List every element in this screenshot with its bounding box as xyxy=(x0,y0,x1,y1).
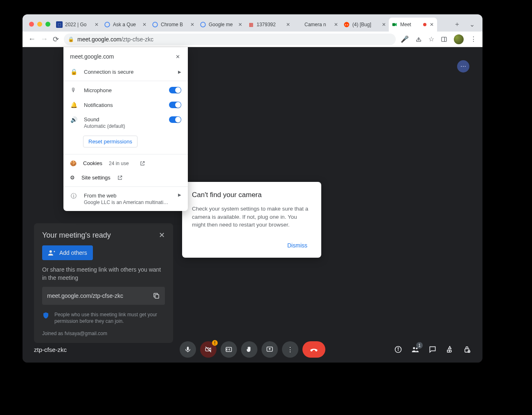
lock-settings-icon xyxy=(463,345,471,354)
nav-back-button[interactable]: ← xyxy=(28,35,36,43)
perm-microphone-label: Microphone xyxy=(84,87,162,93)
host-controls-button[interactable] xyxy=(463,345,471,354)
tab-strip: ⬚ 2022 | Go ✕ Ask a Que ✕ Chrome B ✕ Goo… xyxy=(23,14,482,32)
lock-icon[interactable]: 🔒 xyxy=(68,36,74,42)
svg-rect-6 xyxy=(392,23,395,26)
site-settings-label: Site settings xyxy=(81,175,110,181)
perm-microphone-toggle[interactable] xyxy=(169,87,181,93)
person-add-icon xyxy=(48,249,55,256)
camera-error-body: Check your system settings to make sure … xyxy=(192,205,311,229)
mic-toggle-button[interactable] xyxy=(180,341,196,358)
svg-point-2 xyxy=(201,22,205,27)
captions-button[interactable] xyxy=(221,341,237,358)
dismiss-button[interactable]: Dismiss xyxy=(283,240,311,251)
site-info-close-icon[interactable]: ✕ xyxy=(174,53,181,60)
tab-4[interactable]: ▦ 1379392 ✕ xyxy=(245,18,293,32)
mic-indicator-icon[interactable]: 🎤 xyxy=(401,35,409,43)
perm-sound-toggle[interactable] xyxy=(169,116,181,123)
tab-0[interactable]: ⬚ 2022 | Go ✕ xyxy=(54,18,102,32)
bookmark-star-icon[interactable]: ☆ xyxy=(428,35,434,43)
tab-3[interactable]: Google me ✕ xyxy=(197,18,246,32)
reset-permissions-button[interactable]: Reset permissions xyxy=(83,136,138,147)
perm-sound-sub: Automatic (default) xyxy=(84,123,162,129)
tab-close-icon[interactable]: ✕ xyxy=(333,22,339,27)
cookies-label: Cookies xyxy=(83,160,102,166)
tab-close-icon[interactable]: ✕ xyxy=(142,22,147,27)
camera-error-dialog: Can't find your camera Check your system… xyxy=(182,182,321,258)
permission-note: People who use this meeting link must ge… xyxy=(54,311,165,324)
svg-rect-7 xyxy=(417,40,421,41)
divider xyxy=(63,154,188,154)
svg-rect-11 xyxy=(155,295,159,298)
camera-toggle-button[interactable] xyxy=(200,341,216,358)
tab-close-icon[interactable]: ✕ xyxy=(94,22,99,27)
chat-button[interactable] xyxy=(428,345,437,354)
tab-1[interactable]: Ask a Que ✕ xyxy=(101,18,150,32)
hand-icon xyxy=(246,346,253,353)
favicon-google-icon xyxy=(200,21,206,28)
connection-secure-row[interactable]: 🔒 Connection is secure ▶ xyxy=(63,64,188,79)
info-icon: ⓘ xyxy=(70,193,77,200)
from-web-sub: Google LLC is an American multinati… xyxy=(84,200,171,205)
nav-reload-button[interactable]: ⟳ xyxy=(53,35,59,44)
more-options-button[interactable]: ⋮ xyxy=(282,341,298,358)
tab-close-icon[interactable]: ✕ xyxy=(285,22,291,27)
open-external-icon xyxy=(140,161,145,166)
window-maximize[interactable] xyxy=(45,22,50,27)
tab-2[interactable]: Chrome B ✕ xyxy=(149,18,198,32)
tab-7-active[interactable]: Meet ✕ xyxy=(389,18,437,32)
people-button[interactable]: 1 xyxy=(411,345,419,354)
tab-title: Meet xyxy=(400,22,420,27)
svg-point-3 xyxy=(344,22,349,27)
meeting-ready-title: Your meeting's ready xyxy=(42,231,111,240)
svg-point-19 xyxy=(413,347,415,349)
perm-sound-label: Sound xyxy=(84,116,162,122)
tab-5[interactable]: Camera n ✕ xyxy=(293,18,341,32)
meet-content: meet.google.com ✕ 🔒 Connection is secure… xyxy=(23,47,482,363)
recording-indicator-icon xyxy=(423,23,426,26)
site-info-popover: meet.google.com ✕ 🔒 Connection is secure… xyxy=(63,47,188,211)
add-others-button[interactable]: Add others xyxy=(42,245,93,260)
share-text: Or share this meeting link with others y… xyxy=(42,266,165,282)
perm-notifications-label: Notifications xyxy=(84,102,162,108)
cookies-row[interactable]: 🍪 Cookies 24 in use xyxy=(63,156,188,170)
new-tab-button[interactable]: ＋ xyxy=(451,18,463,30)
meeting-link: meet.google.com/ztp-cfse-zkc xyxy=(47,293,123,299)
microphone-icon: 🎙 xyxy=(70,87,77,93)
tab-close-icon[interactable]: ✕ xyxy=(381,22,387,27)
sidepanel-icon[interactable] xyxy=(441,36,447,43)
site-settings-row[interactable]: ⚙ Site settings xyxy=(63,170,188,185)
perm-notifications-toggle[interactable] xyxy=(169,102,181,108)
meeting-ready-panel: Your meeting's ready ✕ Add others Or sha… xyxy=(34,223,173,343)
svg-point-10 xyxy=(50,250,52,253)
tab-close-icon[interactable]: ✕ xyxy=(429,22,435,27)
from-web-label: From the web xyxy=(84,193,171,199)
profile-avatar[interactable] xyxy=(454,34,464,44)
from-the-web-row[interactable]: ⓘ From the web Google LLC is an American… xyxy=(63,188,188,209)
window-minimize[interactable] xyxy=(37,22,42,27)
meeting-details-button[interactable] xyxy=(394,345,402,354)
favicon-reddit-icon xyxy=(343,21,350,28)
tab-title: Chrome B xyxy=(161,22,187,27)
nav-forward-button[interactable]: → xyxy=(41,35,48,43)
tab-close-icon[interactable]: ✕ xyxy=(189,22,195,27)
address-bar[interactable]: 🔒 meet.google.com/ztp-cfse-zkc xyxy=(64,34,396,45)
share-icon[interactable] xyxy=(415,36,422,43)
phone-hangup-icon xyxy=(309,345,318,354)
tab-list-chevron-icon[interactable]: ⌄ xyxy=(466,18,478,30)
chrome-menu-icon[interactable]: ⋮ xyxy=(470,35,477,43)
leave-call-button[interactable] xyxy=(302,341,325,358)
tab-close-icon[interactable]: ✕ xyxy=(237,22,243,27)
tab-6[interactable]: (4) [Bug] ✕ xyxy=(341,18,389,32)
connection-label: Connection is secure xyxy=(84,69,171,75)
activities-button[interactable] xyxy=(446,345,454,354)
perm-sound-row: 🔊 Sound Automatic (default) xyxy=(63,112,188,133)
copy-icon[interactable] xyxy=(153,292,160,299)
self-view-options-icon[interactable]: ⋯ xyxy=(457,60,469,73)
svg-point-4 xyxy=(345,24,346,25)
raise-hand-button[interactable] xyxy=(241,341,257,358)
present-button[interactable] xyxy=(261,341,278,358)
perm-notifications-row: 🔔 Notifications xyxy=(63,98,188,112)
window-close[interactable] xyxy=(29,22,34,27)
meeting-ready-close-icon[interactable]: ✕ xyxy=(159,231,165,240)
